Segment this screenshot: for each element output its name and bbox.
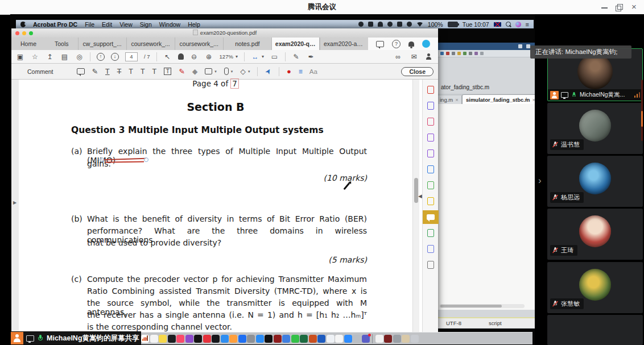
editor-window-icon[interactable]: [518, 44, 522, 48]
strikethrough-text-icon[interactable]: T: [117, 68, 122, 76]
matlab-icon[interactable]: [309, 335, 317, 343]
organize-pages-icon[interactable]: [423, 115, 439, 128]
draw-tool-icon[interactable]: ✎: [179, 67, 184, 76]
tab-home[interactable]: Home: [11, 38, 46, 50]
scan-ocr-icon[interactable]: [423, 226, 439, 240]
minimize-button[interactable]: [601, 5, 609, 10]
keynote-icon[interactable]: [221, 335, 229, 343]
wifi-icon[interactable]: [416, 22, 423, 27]
editor-new-tab-button[interactable]: +: [525, 95, 528, 102]
keep-tool-pin-icon[interactable]: ➤: [263, 66, 274, 76]
file-tab-coursework2[interactable]: coursework_...: [175, 38, 223, 50]
previous-page-icon[interactable]: ↑: [97, 53, 105, 61]
editor-paste-icon[interactable]: [457, 52, 461, 55]
tab-close-icon[interactable]: ×: [455, 97, 459, 103]
editor-tab-active[interactable]: simulator_fading_stbc.m×: [462, 94, 535, 104]
edit-pdf-icon[interactable]: [423, 178, 439, 192]
text-box-icon[interactable]: T: [164, 68, 171, 75]
create-pdf-icon[interactable]: [423, 83, 439, 97]
file-tab-exam-answer[interactable]: exam2020-an...: [320, 38, 368, 50]
editor-undo-icon[interactable]: [463, 52, 467, 55]
notability-icon[interactable]: [282, 335, 290, 343]
email-icon[interactable]: ✉: [410, 53, 418, 61]
page-number-input[interactable]: 4: [125, 52, 138, 61]
eraser-icon[interactable]: ◆: [192, 67, 198, 76]
pen-tool-icon[interactable]: ✎: [292, 53, 300, 61]
menubar-app-name[interactable]: Acrobat Pro DC: [33, 21, 77, 28]
editor-hscrollbar[interactable]: [439, 304, 525, 308]
panel-scrollbar[interactable]: [641, 80, 643, 141]
zoom-out-icon[interactable]: ⊖: [190, 53, 199, 61]
participant-tile[interactable]: 王琦: [547, 209, 643, 260]
line-thickness-icon[interactable]: ≡: [299, 68, 302, 76]
fill-sign-pen-icon[interactable]: ✒: [307, 53, 315, 61]
collapse-tool-panel-icon[interactable]: ◀: [418, 193, 422, 199]
file-tab-exam-question-active[interactable]: exam2020-qu...×: [271, 38, 320, 50]
editor-run-icon[interactable]: [474, 52, 478, 55]
participant-tile-partial[interactable]: [547, 315, 643, 345]
acrobat-icon[interactable]: [274, 335, 282, 343]
share-upload-icon[interactable]: ↥: [46, 53, 54, 61]
tv-icon[interactable]: [194, 335, 202, 343]
status-camera-icon[interactable]: [368, 22, 373, 27]
status-meeting-icon[interactable]: [397, 22, 402, 27]
control-center-icon[interactable]: ≡: [526, 21, 529, 28]
print-icon[interactable]: ▤: [60, 53, 69, 61]
participant-tile[interactable]: 张慧敏: [547, 262, 643, 313]
measure-icon[interactable]: ▭: [270, 53, 279, 61]
siri-icon[interactable]: [515, 22, 521, 27]
status-notification-icon[interactable]: [378, 22, 383, 27]
menu-window[interactable]: Window: [159, 21, 180, 28]
expand-left-panel-icon[interactable]: ▶: [13, 200, 16, 205]
annotation-box[interactable]: 7: [230, 78, 239, 89]
feedback-bubble-icon[interactable]: [376, 41, 384, 47]
tab-tools[interactable]: Tools: [46, 38, 78, 50]
spotlight-search-icon[interactable]: [506, 22, 511, 27]
menu-help[interactable]: Help: [188, 21, 200, 28]
menu-sign[interactable]: Sign: [140, 21, 152, 28]
acrobat-folder-icon[interactable]: [384, 335, 392, 343]
zoom-icon[interactable]: [344, 335, 352, 343]
status-globe-icon[interactable]: [407, 22, 412, 27]
document-icon[interactable]: [375, 335, 383, 343]
combine-files-icon[interactable]: [423, 163, 439, 176]
editor-find-icon[interactable]: [480, 52, 484, 55]
keychain-icon[interactable]: [353, 335, 361, 343]
panel-scrollbar-thumb[interactable]: [641, 111, 643, 127]
participant-tile[interactable]: 温书慧: [547, 103, 643, 154]
page-scrollbar[interactable]: [412, 80, 419, 332]
app-store-icon[interactable]: [238, 335, 246, 343]
protect-icon[interactable]: [423, 242, 439, 256]
fit-dropdown-icon[interactable]: ▾: [262, 54, 264, 59]
next-page-icon[interactable]: ↓: [111, 53, 119, 61]
editor-cut-icon[interactable]: [446, 52, 449, 55]
shapes-icon[interactable]: ◇: [240, 67, 246, 76]
comment-icon[interactable]: [423, 210, 439, 224]
qq-icon[interactable]: [327, 335, 335, 343]
sign-pen-icon[interactable]: [423, 147, 439, 160]
stocks-icon[interactable]: [212, 335, 220, 343]
wechat-icon[interactable]: [291, 335, 299, 343]
scrollbar-thumb[interactable]: [414, 178, 418, 203]
pdf-page[interactable]: Page 4 of7 Section B Question 3 Multiple…: [19, 80, 412, 332]
zoom-dropdown-icon[interactable]: ▾: [236, 54, 238, 59]
hand-tool-icon[interactable]: [178, 53, 184, 60]
stickies-icon[interactable]: [159, 335, 167, 343]
close-comment-button[interactable]: Close: [401, 67, 434, 76]
attachment-icon[interactable]: [224, 68, 229, 75]
news-icon[interactable]: [203, 335, 211, 343]
pages-icon[interactable]: [229, 335, 237, 343]
search-lens-icon[interactable]: ◎: [75, 53, 84, 61]
save-icon[interactable]: ▣: [16, 53, 24, 61]
maximize-button[interactable]: [616, 5, 624, 10]
fill-and-sign-icon[interactable]: [423, 131, 439, 144]
apple-menu-icon[interactable]: [20, 22, 26, 27]
teams-icon[interactable]: [362, 335, 370, 343]
podcasts-icon[interactable]: [185, 335, 193, 343]
editor-tab-inactive[interactable]: ing.m×: [438, 95, 462, 104]
add-text-icon[interactable]: T: [152, 68, 157, 76]
word-icon[interactable]: [317, 335, 325, 343]
sticky-note-icon[interactable]: [77, 68, 85, 74]
input-language-flag-icon[interactable]: [494, 22, 501, 27]
notifications-bell-icon[interactable]: [408, 41, 414, 47]
